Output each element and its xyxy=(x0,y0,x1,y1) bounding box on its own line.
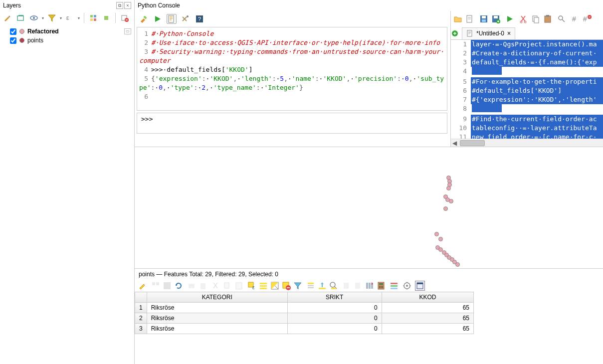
add-tab-icon[interactable] xyxy=(451,29,462,37)
deselect-icon[interactable] xyxy=(281,281,291,291)
find-icon[interactable] xyxy=(557,14,567,24)
table-row[interactable]: 2Riksröse065 xyxy=(135,313,474,324)
svg-point-30 xyxy=(559,16,563,20)
layer-checkbox[interactable] xyxy=(10,28,16,35)
move-top-icon[interactable] xyxy=(306,281,316,291)
delete-field-icon[interactable] xyxy=(353,281,363,291)
comment-icon[interactable]: # xyxy=(571,14,581,24)
reload-icon[interactable] xyxy=(174,281,184,291)
remove-layer-icon[interactable] xyxy=(120,13,130,23)
new-field-icon[interactable] xyxy=(342,281,352,291)
layers-panel-title: Layers xyxy=(3,2,21,9)
python-console-panel: Python Console ? 1#·Python·Console2#·Use… xyxy=(135,0,603,147)
dock-table-icon[interactable] xyxy=(415,281,425,291)
help-icon[interactable]: ? xyxy=(195,14,204,24)
row-number[interactable]: 2 xyxy=(135,313,147,324)
run-icon[interactable] xyxy=(153,14,163,24)
map-point[interactable] xyxy=(449,199,453,203)
attribute-table[interactable]: KATEGORI SRIKT KKOD 1Riksröse0652Riksrös… xyxy=(135,292,474,334)
script-editor[interactable]: 1layer·=·QgsProject.instance().ma2#Creat… xyxy=(451,40,603,139)
table-corner[interactable] xyxy=(135,292,147,303)
map-point[interactable] xyxy=(438,237,443,241)
layer-row-refactored[interactable]: Refactored ▭ xyxy=(0,27,134,36)
filter-icon[interactable] xyxy=(47,13,57,23)
copy-icon[interactable] xyxy=(531,14,541,24)
editor-tab[interactable]: *Untitled-0 × xyxy=(462,27,515,39)
table-row[interactable]: 3Riksröse065 xyxy=(135,324,474,334)
count-indicator-icon[interactable]: ▭ xyxy=(124,28,131,34)
map-canvas[interactable] xyxy=(135,147,603,269)
cell-srikt[interactable]: 0 xyxy=(287,313,382,324)
row-number[interactable]: 1 xyxy=(135,303,147,313)
undock-icon[interactable]: ⧉ xyxy=(116,2,123,9)
cell-kategori[interactable]: Riksröse xyxy=(147,324,287,334)
layer-symbol-icon xyxy=(19,38,24,43)
zoom-to-icon[interactable] xyxy=(329,281,339,291)
organize-columns-icon[interactable] xyxy=(365,281,375,291)
expand-icon[interactable] xyxy=(88,13,98,23)
paste-icon[interactable] xyxy=(543,14,553,24)
svg-rect-8 xyxy=(94,18,96,21)
pan-to-icon[interactable] xyxy=(317,281,327,291)
console-line: 3#·Security·warning:·typing·commands·fro… xyxy=(139,47,445,65)
cell-kkod[interactable]: 65 xyxy=(382,303,473,313)
close-icon[interactable]: × xyxy=(124,2,131,9)
col-header-kategori[interactable]: KATEGORI xyxy=(147,292,287,303)
field-calc-icon[interactable] xyxy=(376,281,386,291)
run-script-icon[interactable] xyxy=(505,14,515,24)
map-point[interactable] xyxy=(434,232,439,236)
map-point[interactable] xyxy=(455,262,460,267)
show-editor-icon[interactable] xyxy=(167,14,177,24)
collapse-icon[interactable] xyxy=(101,13,111,23)
scroll-thumb[interactable] xyxy=(460,140,485,146)
expression-icon[interactable]: ε xyxy=(65,13,75,23)
console-output[interactable]: 1#·Python·Console2#·Use·iface·to·access·… xyxy=(137,27,447,111)
svg-rect-76 xyxy=(417,283,423,284)
cell-kategori[interactable]: Riksröse xyxy=(147,313,287,324)
cell-kkod[interactable]: 65 xyxy=(382,324,473,334)
table-row[interactable]: 1Riksröse065 xyxy=(135,303,474,313)
svg-point-67 xyxy=(379,287,380,288)
cut-icon[interactable] xyxy=(519,14,529,24)
select-all-icon[interactable] xyxy=(258,281,268,291)
row-number[interactable]: 3 xyxy=(135,324,147,334)
cell-srikt[interactable]: 0 xyxy=(287,303,382,313)
cut-features-icon[interactable] xyxy=(211,281,221,291)
open-icon[interactable] xyxy=(453,14,463,24)
col-header-srikt[interactable]: SRIKT xyxy=(287,292,382,303)
invert-selection-icon[interactable] xyxy=(270,281,280,291)
add-group-icon[interactable] xyxy=(16,13,26,23)
copy-features-icon[interactable] xyxy=(222,281,232,291)
scroll-left-icon[interactable]: ◀ xyxy=(451,140,458,147)
map-point[interactable] xyxy=(446,186,451,190)
layer-checkbox[interactable] xyxy=(10,37,16,44)
delete-selected-icon[interactable] xyxy=(198,281,208,291)
cell-kategori[interactable]: Riksröse xyxy=(147,303,287,313)
save-as-icon[interactable] xyxy=(491,14,501,24)
style-icon[interactable] xyxy=(3,13,13,23)
save-edits-icon[interactable] xyxy=(162,281,172,291)
cell-kkod[interactable]: 65 xyxy=(382,313,473,324)
settings-icon[interactable] xyxy=(181,14,191,24)
svg-rect-42 xyxy=(236,283,242,289)
multi-edit-icon[interactable] xyxy=(151,281,161,291)
paste-features-icon[interactable] xyxy=(234,281,244,291)
uncomment-icon[interactable]: # xyxy=(583,14,593,24)
map-point[interactable] xyxy=(443,206,448,211)
save-icon[interactable] xyxy=(479,14,489,24)
visibility-icon[interactable] xyxy=(29,13,39,23)
select-by-expression-icon[interactable]: ε xyxy=(247,281,257,291)
layer-row-points[interactable]: points xyxy=(0,36,134,45)
editor-h-scrollbar[interactable]: ◀ xyxy=(451,139,603,147)
filter-selection-icon[interactable] xyxy=(293,281,303,291)
actions-icon[interactable] xyxy=(402,281,412,291)
toggle-edit-icon[interactable] xyxy=(138,281,148,291)
new-editor-icon[interactable] xyxy=(465,14,475,24)
clear-icon[interactable] xyxy=(139,14,149,24)
cell-srikt[interactable]: 0 xyxy=(287,324,382,334)
col-header-kkod[interactable]: KKOD xyxy=(382,292,473,303)
close-tab-icon[interactable]: × xyxy=(507,30,511,37)
conditional-format-icon[interactable] xyxy=(389,281,399,291)
console-input[interactable]: >>> xyxy=(137,113,447,134)
add-feature-icon[interactable] xyxy=(187,281,197,291)
